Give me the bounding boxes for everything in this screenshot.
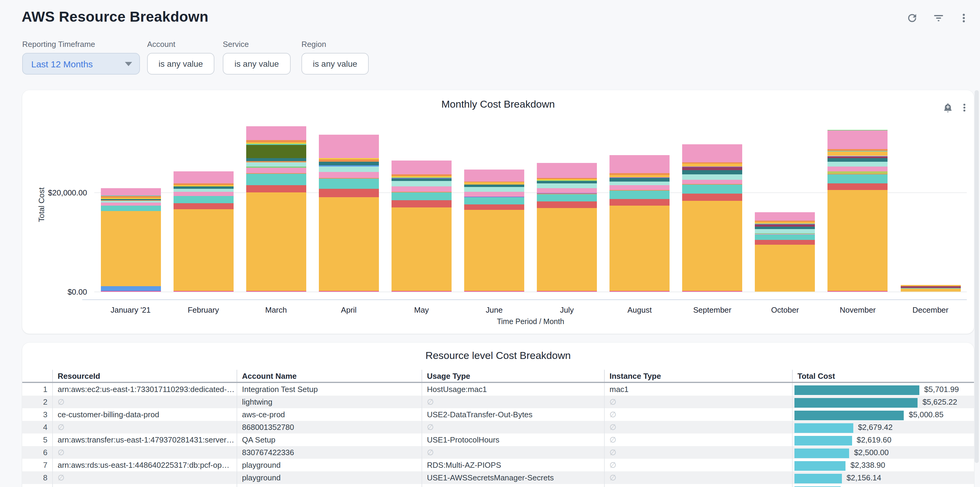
segment-darkteal[interactable] [828,158,888,162]
bar-april[interactable] [319,135,379,292]
page-scrollbar[interactable] [975,90,979,463]
col-header-instance-type[interactable]: Instance Type [605,370,793,382]
segment-pink[interactable] [100,188,161,196]
bar-august[interactable] [609,155,670,292]
segment-olive[interactable] [246,145,306,158]
segment-darkteal[interactable] [609,178,670,181]
segment-maroon[interactable] [755,224,815,227]
segment-red[interactable] [609,199,670,205]
segment-amber[interactable] [537,208,597,291]
refresh-icon[interactable] [904,10,920,26]
segment-pink[interactable] [246,168,306,173]
segment-magenta[interactable] [173,291,233,292]
col-header-usage-type[interactable]: Usage Type [422,370,605,382]
segment-lightteal[interactable] [319,166,379,172]
bar-may[interactable] [391,161,452,292]
segment-lightteal[interactable] [755,229,815,233]
segment-magenta[interactable] [682,291,742,292]
segment-amber[interactable] [682,201,742,291]
segment-pink[interactable] [173,171,233,183]
segment-amber[interactable] [173,209,233,291]
segment-pink[interactable] [682,145,742,163]
segment-amber[interactable] [682,163,742,166]
segment-red[interactable] [173,203,233,209]
segment-teal[interactable] [100,206,161,211]
segment-lightteal[interactable] [609,181,670,185]
reporting-timeframe-select[interactable]: Last 12 Months [22,53,140,75]
segment-orange[interactable] [246,141,306,142]
segment-amber[interactable] [246,192,306,291]
bar-february[interactable] [173,171,233,292]
segment-pink[interactable] [173,192,233,196]
kebab-menu-icon[interactable] [956,100,972,115]
segment-teal[interactable] [173,196,233,203]
segment-darkteal[interactable] [682,171,742,174]
col-header-resourceid[interactable]: ResourceId [53,370,237,382]
bar-november[interactable] [828,130,888,292]
segment-magenta[interactable] [391,291,452,292]
segment-pink[interactable] [537,188,597,193]
segment-teal[interactable] [609,191,670,199]
segment-red[interactable] [319,189,379,197]
table-row[interactable]: 7arn:aws:rds:us-east-1:448640225317:db:p… [22,459,974,471]
segment-amber[interactable] [391,208,452,291]
segment-pink[interactable] [100,203,161,206]
segment-pink[interactable] [464,192,524,197]
segment-amber[interactable] [828,152,888,156]
segment-amber[interactable] [609,175,670,178]
segment-lightteal[interactable] [246,162,306,166]
segment-magenta[interactable] [828,291,888,292]
segment-lightteal[interactable] [391,181,452,186]
segment-red[interactable] [682,194,742,201]
segment-darkteal[interactable] [319,162,379,166]
segment-teal[interactable] [391,192,452,200]
segment-red[interactable] [246,185,306,192]
table-row[interactable]: 2∅lightwing∅∅$5,625.22 [22,396,974,408]
segment-red[interactable] [391,201,452,208]
segment-pink[interactable] [246,126,306,141]
segment-magenta[interactable] [537,291,597,292]
bar-september[interactable] [682,145,742,292]
segment-lightteal[interactable] [682,174,742,179]
segment-amber[interactable] [609,206,670,291]
segment-teal[interactable] [319,178,379,189]
bar-june[interactable] [464,169,524,292]
segment-amber[interactable] [828,190,888,291]
segment-darkteal[interactable] [537,181,597,184]
filter-icon[interactable] [931,10,947,26]
filter-button-account[interactable]: is any value [147,53,215,75]
segment-pink[interactable] [609,155,670,174]
segment-pink[interactable] [682,179,742,184]
segment-orange[interactable] [319,159,379,162]
bar-october[interactable] [755,212,815,292]
alert-bell-plus-icon[interactable] [940,100,955,115]
segment-pink[interactable] [609,185,670,190]
segment-lightteal[interactable] [828,162,888,167]
bar-march[interactable] [246,126,306,292]
segment-teal[interactable] [537,194,597,201]
segment-magenta[interactable] [246,291,306,292]
table-row[interactable]: 1arn:aws:ec2:us-east-1:733017110293:dedi… [22,383,974,396]
table-row[interactable]: 4∅868001352780∅∅$2,679.42 [22,421,974,433]
filter-button-region[interactable]: is any value [301,53,369,75]
segment-magenta[interactable] [464,291,524,292]
segment-amber[interactable] [464,210,524,291]
table-row[interactable] [22,484,974,487]
table-row[interactable]: 6∅830767422336∅∅$2,500.00 [22,446,974,459]
segment-teal[interactable] [755,235,815,240]
table-row[interactable]: 3ce-customer-billing-data-prodaws-ce-pro… [22,408,974,421]
segment-pink[interactable] [391,161,452,175]
segment-lightteal[interactable] [173,189,233,192]
bar-january[interactable] [100,188,161,292]
segment-maroon[interactable] [682,168,742,171]
segment-amber[interactable] [755,245,815,292]
segment-pink[interactable] [464,169,524,181]
segment-red[interactable] [828,183,888,190]
segment-teal[interactable] [828,174,888,183]
segment-pink[interactable] [755,212,815,220]
bar-july[interactable] [537,163,597,292]
segment-amber[interactable] [319,197,379,291]
segment-pink[interactable] [537,163,597,178]
segment-magenta[interactable] [319,291,379,292]
segment-darkteal[interactable] [391,179,452,181]
